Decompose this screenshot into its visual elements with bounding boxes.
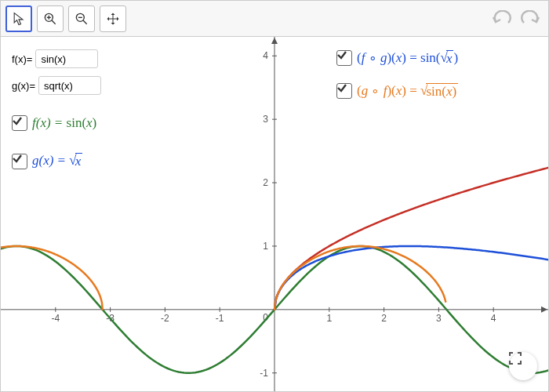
app-window: -4-3-2-11234-112340 f(x)= g(x)= f(x) = s… (0, 0, 549, 392)
legend-f-checkbox[interactable] (12, 115, 27, 131)
svg-text:1: 1 (326, 313, 332, 324)
redo-icon (519, 10, 541, 27)
svg-text:-1: -1 (260, 368, 268, 379)
zoom-out-icon (74, 11, 89, 27)
g-input-row: g(x)= (12, 76, 101, 95)
undo-button[interactable] (489, 7, 515, 31)
legend-g-checkbox[interactable] (12, 154, 27, 169)
svg-text:-2: -2 (161, 313, 169, 324)
g-input-label: g(x)= (12, 80, 35, 92)
undo-redo-group (489, 7, 544, 31)
f-input-label: f(x)= (12, 53, 32, 65)
svg-text:2: 2 (263, 177, 268, 188)
svg-text:1: 1 (263, 241, 268, 252)
check-icon (12, 115, 23, 126)
plot-area[interactable]: -4-3-2-11234-112340 f(x)= g(x)= f(x) = s… (1, 37, 548, 391)
legend-gof: (g ∘ f)(x) = √sin(x) (336, 82, 458, 100)
svg-text:-1: -1 (216, 313, 224, 324)
svg-text:2: 2 (381, 313, 387, 324)
legend-g-label: g(x) = √x (32, 153, 82, 169)
svg-text:4: 4 (263, 50, 268, 61)
fullscreen-icon (509, 352, 522, 365)
legend-f: f(x) = sin(x) (12, 115, 96, 131)
legend-fog-checkbox[interactable] (336, 50, 352, 66)
legend-f-label: f(x) = sin(x) (32, 115, 96, 131)
check-icon (12, 153, 23, 164)
svg-line-1 (52, 20, 56, 24)
pointer-tool[interactable] (5, 5, 32, 32)
redo-button[interactable] (517, 7, 544, 31)
legend-gof-label: (g ∘ f)(x) = √sin(x) (357, 82, 458, 100)
legend-g: g(x) = √x (12, 153, 82, 169)
svg-text:-4: -4 (51, 313, 60, 324)
legend-gof-checkbox[interactable] (336, 83, 352, 99)
zoom-out-tool[interactable] (68, 5, 95, 32)
check-icon (336, 49, 347, 60)
pointer-icon (11, 11, 27, 27)
check-icon (336, 82, 347, 93)
legend-fog-label: (f ∘ g)(x) = sin(√x) (357, 49, 458, 67)
svg-text:4: 4 (491, 313, 496, 324)
zoom-in-icon (42, 11, 58, 27)
f-input-row: f(x)= (12, 49, 98, 68)
f-input[interactable] (35, 49, 98, 68)
pan-icon (105, 11, 121, 27)
svg-text:3: 3 (263, 114, 268, 125)
undo-icon (491, 10, 513, 27)
legend-fog: (f ∘ g)(x) = sin(√x) (336, 49, 458, 67)
zoom-in-tool[interactable] (37, 5, 64, 32)
g-input[interactable] (38, 76, 101, 95)
svg-text:3: 3 (436, 313, 442, 324)
toolbar (1, 1, 548, 37)
fullscreen-button[interactable] (509, 352, 537, 380)
svg-line-5 (83, 20, 87, 24)
pan-tool[interactable] (100, 5, 126, 32)
